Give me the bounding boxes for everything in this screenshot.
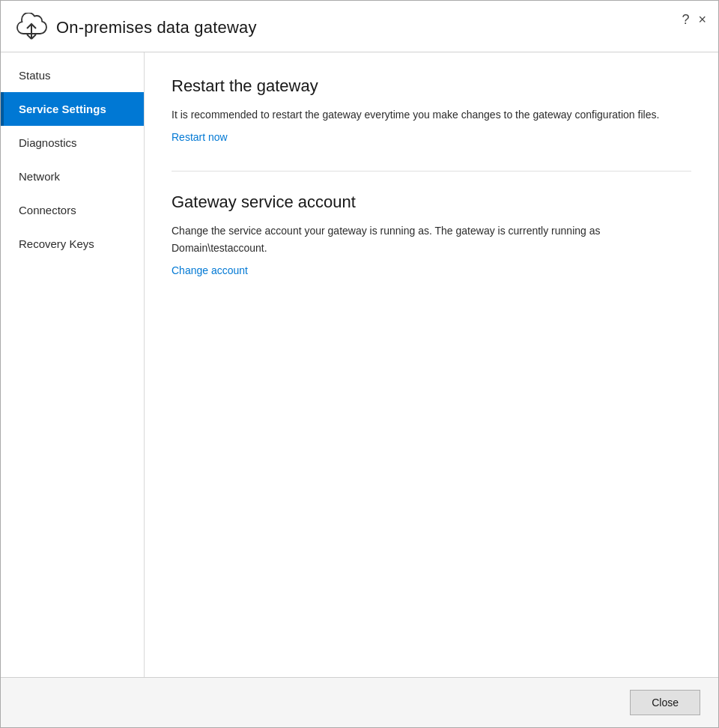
app-title: On-premises data gateway <box>56 18 257 37</box>
restart-description: It is recommended to restart the gateway… <box>172 106 691 123</box>
title-bar: On-premises data gateway ? × <box>1 1 718 52</box>
sidebar: Status Service Settings Diagnostics Netw… <box>1 52 145 677</box>
account-description: Change the service account your gateway … <box>172 222 691 256</box>
sidebar-item-status[interactable]: Status <box>1 58 144 92</box>
sidebar-item-connectors[interactable]: Connectors <box>1 193 144 227</box>
help-button[interactable]: ? <box>682 13 689 26</box>
close-window-button[interactable]: × <box>698 13 706 26</box>
change-account-link[interactable]: Change account <box>172 264 248 276</box>
sidebar-item-recovery-keys[interactable]: Recovery Keys <box>1 227 144 261</box>
main-window: On-premises data gateway ? × Status Serv… <box>0 0 719 728</box>
account-section: Gateway service account Change the servi… <box>172 192 691 277</box>
sidebar-item-diagnostics[interactable]: Diagnostics <box>1 126 144 160</box>
main-content: Restart the gateway It is recommended to… <box>145 52 718 677</box>
restart-title: Restart the gateway <box>172 76 691 96</box>
close-button[interactable]: Close <box>630 690 700 715</box>
cloud-icon <box>16 13 47 43</box>
footer: Close <box>1 677 718 727</box>
content-area: Status Service Settings Diagnostics Netw… <box>1 52 718 677</box>
window-controls: ? × <box>682 13 706 26</box>
sidebar-item-network[interactable]: Network <box>1 160 144 193</box>
restart-section: Restart the gateway It is recommended to… <box>172 76 691 144</box>
restart-now-link[interactable]: Restart now <box>172 131 228 143</box>
section-divider <box>172 171 691 172</box>
sidebar-item-service-settings[interactable]: Service Settings <box>1 92 144 126</box>
account-title: Gateway service account <box>172 192 691 212</box>
